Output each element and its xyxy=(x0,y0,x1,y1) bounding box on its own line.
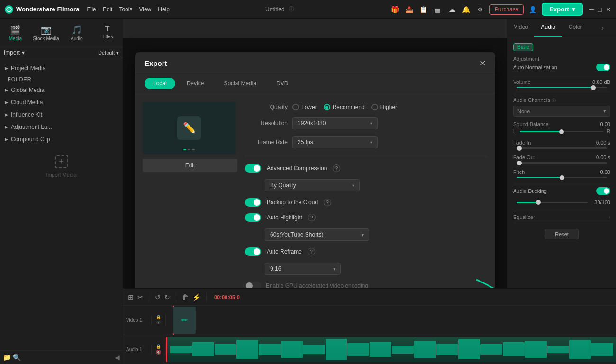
menu-file[interactable]: File xyxy=(87,6,96,13)
add-media-button[interactable]: + xyxy=(55,155,68,168)
advanced-compression-toggle[interactable] xyxy=(245,164,261,173)
quality-lower[interactable]: Lower xyxy=(292,104,317,110)
share-icon[interactable]: 📤 xyxy=(404,4,415,15)
gift-icon[interactable]: 🎁 xyxy=(390,4,400,15)
sidebar-section-influence-kit[interactable]: ▶ Influence Kit xyxy=(4,109,119,121)
gpu-toggle[interactable] xyxy=(245,282,261,288)
by-quality-dropdown[interactable]: By Quality ▾ xyxy=(265,179,360,191)
help-icon-advanced[interactable]: ? xyxy=(333,164,340,172)
audio-lock-icon[interactable]: 🔒 xyxy=(156,344,161,349)
framerate-dropdown[interactable]: 25 fps ▾ xyxy=(292,136,378,148)
eye-icon[interactable]: 👁 xyxy=(156,320,161,325)
folder-icon[interactable]: 📁 xyxy=(3,354,11,361)
pitch-slider[interactable] xyxy=(517,177,607,178)
delete-icon[interactable]: 🗑 xyxy=(182,293,189,301)
add-track-icon[interactable]: ⊞ xyxy=(128,293,134,301)
audio-channels-label-row: Audio Channels ⓘ xyxy=(513,97,610,104)
tab-more[interactable]: › xyxy=(589,19,616,37)
auto-norm-toggle[interactable] xyxy=(596,64,610,71)
sidebar-icons: 🎬 Media 📷 Stock Media 🎵 Audio T Titles xyxy=(0,19,123,47)
menu-help[interactable]: Help xyxy=(158,6,170,13)
resolution-dropdown[interactable]: 1920x1080 ▾ xyxy=(292,117,378,129)
toggle-knob-5 xyxy=(246,282,253,288)
tab-color[interactable]: Color xyxy=(562,19,589,37)
sidebar-item-stock[interactable]: 📷 Stock Media xyxy=(31,22,62,44)
tab-audio[interactable]: Audio xyxy=(534,19,562,37)
default-button[interactable]: Default ▾ xyxy=(98,50,119,56)
export-top-button[interactable]: Export ▾ xyxy=(542,3,582,16)
video-clip[interactable]: ✏ xyxy=(173,307,196,334)
layout-icon[interactable]: ▦ xyxy=(433,4,443,15)
edit-button[interactable]: Edit xyxy=(143,159,237,172)
window-controls: ─ □ ✕ xyxy=(589,6,611,13)
collapse-icon[interactable]: ◀ xyxy=(115,354,120,361)
cloud-icon[interactable]: ☁ xyxy=(447,4,457,15)
modal-close-button[interactable]: ✕ xyxy=(480,59,486,68)
tab-device[interactable]: Device xyxy=(178,78,213,89)
auto-reframe-toggle[interactable] xyxy=(245,247,261,256)
tab-video[interactable]: Video xyxy=(507,19,534,37)
sidebar-item-audio[interactable]: 🎵 Audio xyxy=(62,22,92,44)
fade-out-value: 0.00 s xyxy=(596,155,610,160)
grid-icon[interactable]: ⚙ xyxy=(475,4,486,15)
ducking-slider[interactable] xyxy=(517,202,588,203)
auto-highlight-toggle[interactable] xyxy=(245,213,261,222)
radio-lower-circle xyxy=(292,104,299,110)
help-icon-reframe[interactable]: ? xyxy=(308,248,315,255)
sound-balance-slider[interactable] xyxy=(520,131,603,132)
audio-channels-select[interactable]: None ▾ xyxy=(513,106,610,117)
sidebar-content: ▶ Project Media FOLDER ▶ Global Media ▶ … xyxy=(0,58,123,350)
sidebar-item-titles[interactable]: T Titles xyxy=(92,22,123,44)
purchase-button[interactable]: Purchase xyxy=(489,4,524,15)
menu-view[interactable]: View xyxy=(139,6,151,13)
sidebar-section-cloud-media[interactable]: ▶ Cloud Media xyxy=(4,96,119,109)
close-button[interactable]: ✕ xyxy=(606,6,611,13)
reset-button[interactable]: Reset xyxy=(545,229,579,239)
sidebar-section-adjustment-la[interactable]: ▶ Adjustment La... xyxy=(4,121,119,133)
fade-out-slider[interactable] xyxy=(517,162,607,164)
mute-icon[interactable]: 🔇 xyxy=(156,350,161,355)
scissors-icon[interactable]: ✂ xyxy=(137,293,143,301)
sidebar-section-project-media[interactable]: ▶ Project Media xyxy=(4,62,119,74)
sidebar-section-global-media[interactable]: ▶ Global Media xyxy=(4,84,119,96)
pitch-thumb[interactable] xyxy=(560,175,564,180)
quality-recommend[interactable]: Recommend xyxy=(324,104,365,110)
sidebar-item-media[interactable]: 🎬 Media xyxy=(0,22,31,44)
audio-clip[interactable] xyxy=(166,337,616,363)
tab-dvd[interactable]: DVD xyxy=(268,78,297,89)
help-icon-highlight[interactable]: ? xyxy=(308,214,316,221)
fade-out-thumb[interactable] xyxy=(517,161,522,165)
help-icon-backup[interactable]: ? xyxy=(324,199,331,206)
dot-3 xyxy=(192,149,195,150)
quality-higher[interactable]: Higher xyxy=(371,104,397,110)
tab-social[interactable]: Social Media xyxy=(215,78,265,89)
fade-in-slider[interactable] xyxy=(517,147,607,149)
volume-thumb[interactable] xyxy=(591,85,596,90)
balance-thumb[interactable] xyxy=(559,129,564,134)
tab-local[interactable]: Local xyxy=(145,78,175,89)
maximize-button[interactable]: □ xyxy=(598,6,602,13)
aspect-ratio-dropdown[interactable]: 9:16 ▾ xyxy=(265,263,341,275)
minimize-button[interactable]: ─ xyxy=(589,6,594,13)
template-icon[interactable]: 📋 xyxy=(418,4,429,15)
lock-icon[interactable]: 🔒 xyxy=(156,315,161,319)
bell-icon[interactable]: 🔔 xyxy=(461,4,471,15)
fade-in-thumb[interactable] xyxy=(517,146,522,151)
shorts-dropdown[interactable]: 60s(YouTube Shorts) ▾ xyxy=(265,228,369,241)
audio-ducking-label: Audio Ducking xyxy=(513,188,547,194)
volume-slider[interactable] xyxy=(517,87,607,88)
split-icon[interactable]: ⚡ xyxy=(192,293,200,301)
undo-icon[interactable]: ↺ xyxy=(155,293,161,301)
sidebar-section-compound-clip[interactable]: ▶ Compound Clip xyxy=(4,133,119,146)
search-icon[interactable]: 🔍 xyxy=(13,354,21,361)
framerate-row: Frame Rate 25 fps ▾ xyxy=(245,136,488,148)
backup-cloud-toggle[interactable] xyxy=(245,198,261,207)
redo-icon[interactable]: ↻ xyxy=(164,293,170,301)
audio-ducking-toggle[interactable] xyxy=(596,187,610,195)
menu-tools[interactable]: Tools xyxy=(119,6,132,13)
r-divider-5 xyxy=(513,223,610,223)
ducking-thumb[interactable] xyxy=(536,200,541,205)
import-button[interactable]: Import ▾ xyxy=(4,49,25,56)
user-icon[interactable]: 👤 xyxy=(527,4,538,15)
menu-edit[interactable]: Edit xyxy=(103,6,113,13)
